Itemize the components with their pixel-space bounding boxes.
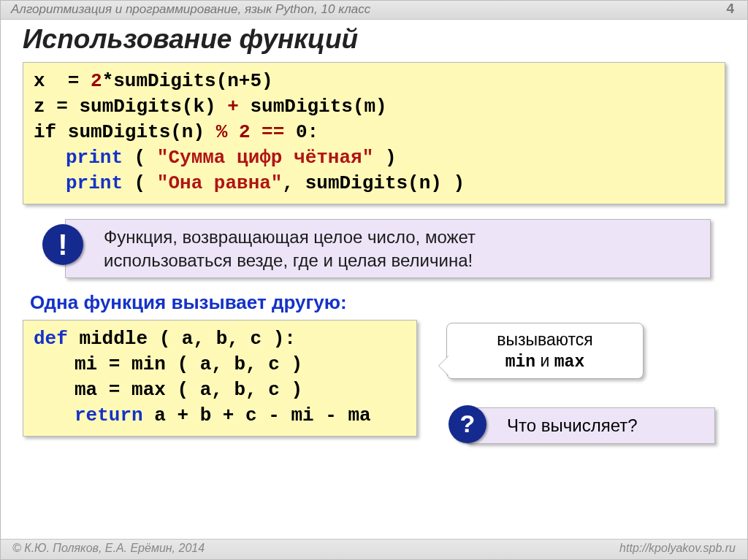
code-string: "Она равна" [157, 172, 283, 194]
callout-mono: max [554, 353, 584, 372]
code-block-2: def middle ( a, b, c ): mi = min ( a, b,… [23, 320, 417, 437]
code-text: z [34, 96, 45, 118]
note-text: Функция, возвращающая целое число, может [104, 227, 476, 247]
code-text: 2 [239, 121, 251, 143]
code-keyword: print [66, 147, 123, 169]
question-box: ? Что вычисляет? [467, 407, 715, 444]
code-text: max ( a, b, c ) [131, 379, 302, 401]
code-text: 2 [91, 70, 102, 92]
exclamation-icon: ! [42, 224, 83, 265]
code-keyword: return [75, 404, 143, 426]
footer-copyright: © К.Ю. Поляков, Е.А. Ерёмин, 2014 [12, 542, 205, 554]
code-string: "Сумма цифр чётная" [157, 147, 373, 169]
code-text: sumDigits(k) [79, 96, 215, 118]
question-icon: ? [449, 405, 486, 443]
code-text: *sumDigits(n+5) [102, 70, 273, 92]
slide-body: Использование функций x = 2*sumDigits(n+… [1, 20, 747, 437]
footer-bar: © К.Ю. Поляков, Е.А. Ерёмин, 2014 http:/… [1, 539, 747, 559]
code-text: 0: [296, 121, 318, 143]
code-text: % [216, 121, 228, 143]
header-bar: Алгоритмизация и программирование, язык … [1, 1, 747, 20]
code-text: , sumDigits(n) ) [282, 172, 465, 194]
code-block-1: x = 2*sumDigits(n+5) z = sumDigits(k) + … [23, 62, 725, 204]
lower-row: def middle ( a, b, c ): mi = min ( a, b,… [23, 320, 725, 437]
code-text: ma [75, 379, 97, 401]
slide-title: Использование функций [23, 24, 725, 55]
callout-box: вызываются min и max [446, 323, 644, 380]
note-text: использоваться везде, где и целая величи… [104, 250, 473, 270]
code-text: middle ( a, b, c ): [68, 328, 296, 350]
code-text: x [34, 70, 45, 92]
code-keyword: def [34, 328, 68, 350]
callout-text: и [535, 351, 554, 370]
footer-url: http://kpolyakov.spb.ru [619, 542, 736, 555]
code-text: ) [373, 147, 396, 169]
note-box: ! Функция, возвращающая целое число, мож… [65, 219, 711, 277]
subheading: Одна функция вызывает другую: [30, 291, 725, 314]
question-text: Что вычисляет? [507, 415, 638, 435]
callout-mono: min [505, 353, 535, 372]
code-text: ( [123, 172, 157, 194]
code-text: ( [123, 147, 157, 169]
code-text: if sumDigits(n) [34, 121, 205, 143]
callout-text: вызываются [497, 330, 593, 349]
page-number: 4 [726, 1, 734, 17]
code-text: a + b + c - mi - ma [143, 404, 371, 426]
code-text: sumDigits(m) [250, 96, 386, 118]
header-subject: Алгоритмизация и программирование, язык … [11, 2, 370, 16]
code-text: mi [75, 353, 97, 375]
code-text: == [262, 121, 284, 143]
code-keyword: print [66, 172, 123, 194]
code-text: min ( a, b, c ) [131, 353, 302, 375]
